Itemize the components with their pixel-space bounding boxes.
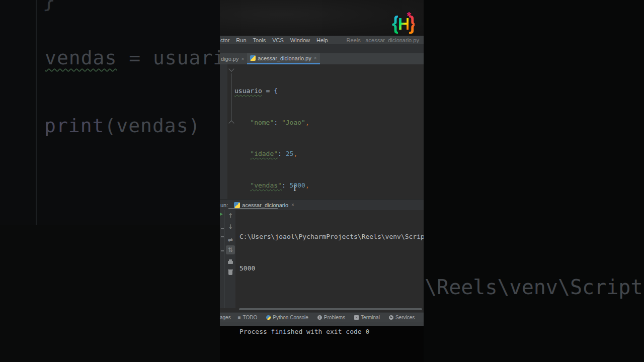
up-stacktrace-icon[interactable]: ↑ xyxy=(225,212,236,219)
toolwindow-services-label: Services xyxy=(395,315,415,320)
background-code-print: print xyxy=(44,115,104,137)
problems-icon: ! xyxy=(317,315,322,320)
toolwindow-terminal[interactable]: › Terminal xyxy=(354,315,380,320)
status-bar-sliver xyxy=(220,322,424,326)
tab-codigo-label: digo.py xyxy=(221,56,238,62)
tool-window-bar: ages ≡ TODO Python Console ! Problems › … xyxy=(220,312,424,322)
services-icon xyxy=(389,315,393,320)
console-line-exit: Process finished with exit code 0 xyxy=(239,326,424,337)
run-console[interactable]: ↑ ↓ ⇌ ⇅ C:\Users\joaol\PycharmProjects\R… xyxy=(220,210,424,308)
tab-acessar-dicionario[interactable]: acessar_dicionario.py × xyxy=(247,53,319,64)
tab-codigo[interactable]: digo.py × xyxy=(220,53,247,64)
run-tab-label: acessar_dicionario xyxy=(242,202,288,208)
video-header: {H} * xyxy=(220,0,424,36)
background-console-path-continued: \Reels\venv\Scripts xyxy=(425,276,644,299)
mouse-ibeam-cursor: I xyxy=(293,184,296,193)
run-tab-close-icon[interactable]: × xyxy=(291,202,294,208)
code-line: usuario = { xyxy=(220,86,424,97)
tab-close-icon[interactable]: × xyxy=(314,55,317,61)
scroll-to-end-icon[interactable]: ⇅ xyxy=(225,246,236,253)
console-line-result: 5000 xyxy=(239,263,424,274)
terminal-icon: › xyxy=(354,315,359,320)
python-console-icon xyxy=(266,315,271,320)
console-icon-strip: ↑ ↓ ⇌ ⇅ xyxy=(224,210,235,308)
tab-close-icon[interactable]: × xyxy=(241,56,244,62)
background-gutter-line xyxy=(36,0,37,225)
menu-item-refactor[interactable]: ctor xyxy=(220,37,229,43)
navigation-bar xyxy=(220,44,424,53)
background-editor-blur: } vendas = usuari print(vendas) xyxy=(0,0,220,225)
toolwindow-problems-label: Problems xyxy=(324,315,345,320)
background-code-line-vendas: vendas = usuari xyxy=(45,47,225,69)
softwrap-icon[interactable]: ⇌ xyxy=(225,236,236,243)
code-line: "idade": 25, xyxy=(220,149,424,159)
menu-item-help[interactable]: Help xyxy=(316,37,328,43)
toolbar-icon-sliver xyxy=(221,250,224,251)
toolwindow-python-console[interactable]: Python Console xyxy=(266,315,308,320)
menu-item-vcs[interactable]: VCS xyxy=(272,37,284,43)
background-code-vendas: vendas xyxy=(45,47,117,69)
tab-acessar-dicionario-label: acessar_dicionario.py xyxy=(258,55,311,61)
python-file-icon xyxy=(234,202,240,208)
toolwindow-todo-label: TODO xyxy=(243,315,258,320)
toolbar-icon-sliver xyxy=(221,236,224,237)
menu-item-window[interactable]: Window xyxy=(290,37,310,43)
menu-bar: ctor Run Tools VCS Window Help Reels - a… xyxy=(220,36,424,44)
menu-item-run[interactable]: Run xyxy=(236,37,246,43)
clear-console-icon[interactable] xyxy=(228,270,232,275)
logo-open-brace: { xyxy=(392,12,398,34)
run-toolbar-clipped xyxy=(220,210,224,308)
window-title: Reels - acessar_dicionario.py xyxy=(347,37,419,43)
code-lines: usuario = { "nome": "Joao", "idade": 25,… xyxy=(220,65,424,199)
toolwindow-python-console-label: Python Console xyxy=(273,315,308,320)
toolwindow-terminal-label: Terminal xyxy=(361,315,380,320)
logo-sparkle-icon: * xyxy=(407,5,410,27)
toolwindow-problems[interactable]: ! Problems xyxy=(317,315,345,320)
pycharm-window: {H} * ctor Run Tools VCS Window Help Ree… xyxy=(220,0,424,326)
toolwindow-packages-label: ages xyxy=(220,315,231,320)
background-run-panel-blur: un: acessar_dicionario × C:\Users\joaol … xyxy=(0,225,220,362)
background-code-usuari: = usuari xyxy=(117,47,225,69)
run-label: un: xyxy=(220,202,228,208)
python-file-icon xyxy=(250,55,256,61)
console-line-blank xyxy=(239,295,424,305)
background-code-line-print: print(vendas) xyxy=(44,115,200,137)
background-right-blur: \Reels\venv\Scripts xyxy=(424,0,644,362)
console-output: C:\Users\joaol\PycharmProjects\Reels\ven… xyxy=(239,210,424,358)
code-editor[interactable]: usuario = { "nome": "Joao", "idade": 25,… xyxy=(220,64,424,199)
toolbar-icon-sliver xyxy=(221,228,224,229)
toolwindow-todo[interactable]: ≡ TODO xyxy=(238,315,258,320)
down-stacktrace-icon[interactable]: ↓ xyxy=(225,223,236,230)
console-line-path: C:\Users\joaol\PycharmProjects\Reels\ven… xyxy=(239,231,424,242)
background-code-brace: } xyxy=(42,0,56,13)
horizontal-scrollbar[interactable] xyxy=(239,308,422,310)
menu-item-tools[interactable]: Tools xyxy=(253,37,266,43)
toolwindow-packages[interactable]: ages xyxy=(220,315,231,320)
print-icon[interactable] xyxy=(228,261,233,264)
code-line: "nome": "Joao", xyxy=(220,118,424,128)
rerun-play-icon[interactable] xyxy=(220,212,223,217)
todo-list-icon: ≡ xyxy=(238,315,241,320)
run-tab-underline xyxy=(228,208,278,209)
code-line: "vendas": 5000, xyxy=(220,180,424,191)
channel-logo: {H} * xyxy=(392,12,415,35)
editor-tab-bar: digo.py × acessar_dicionario.py × xyxy=(220,53,424,64)
toolwindow-services[interactable]: Services xyxy=(389,315,415,320)
background-code-print-args: (vendas) xyxy=(104,115,200,137)
